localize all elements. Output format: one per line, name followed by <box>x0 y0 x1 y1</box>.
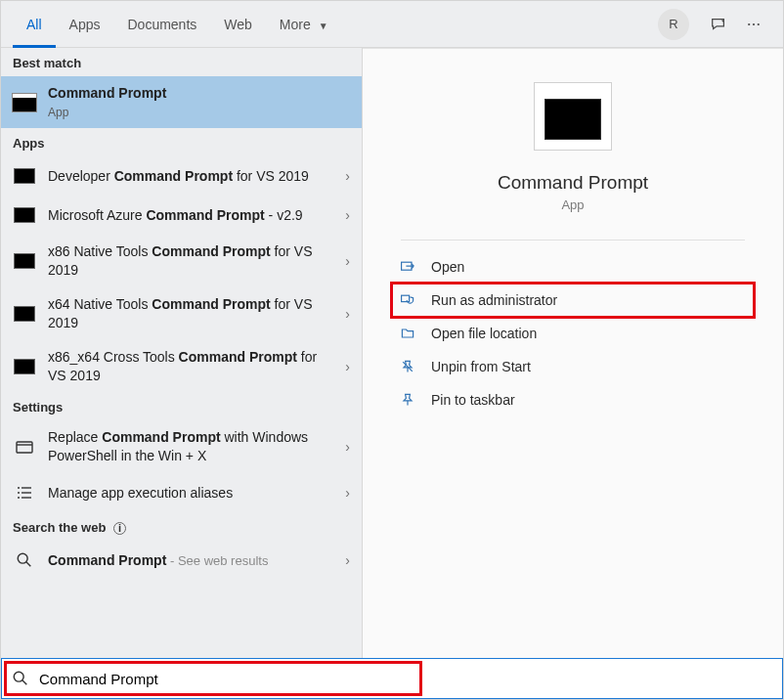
info-icon[interactable]: i <box>113 522 126 535</box>
svg-point-11 <box>18 553 27 563</box>
action-open[interactable]: Open <box>392 250 754 284</box>
chevron-right-icon[interactable]: › <box>345 253 350 269</box>
more-icon[interactable] <box>744 15 763 34</box>
tab-more[interactable]: More ▼ <box>266 1 342 48</box>
chevron-right-icon[interactable]: › <box>345 207 350 223</box>
tab-apps[interactable]: Apps <box>56 1 114 48</box>
chevron-right-icon[interactable]: › <box>345 439 350 455</box>
svg-point-2 <box>758 22 760 24</box>
result-title: Command Prompt <box>48 85 166 101</box>
body: Best match Command Prompt App Apps Devel… <box>1 48 783 658</box>
preview-subtitle: App <box>561 197 584 212</box>
action-label: Pin to taskbar <box>431 392 515 408</box>
tab-bar: All Apps Documents Web More ▼ R <box>1 1 783 48</box>
result-web-0[interactable]: Command Prompt - See web results › <box>1 541 362 580</box>
search-icon <box>13 548 36 572</box>
action-label: Unpin from Start <box>431 359 531 374</box>
result-title: Microsoft Azure Command Prompt - v2.9 <box>48 206 337 225</box>
search-input[interactable] <box>39 671 772 687</box>
svg-point-18 <box>14 672 23 681</box>
result-setting-1[interactable]: Manage app execution aliases › <box>1 473 362 512</box>
section-apps: Apps <box>1 128 362 156</box>
result-setting-0[interactable]: Replace Command Prompt with Windows Powe… <box>1 420 362 473</box>
command-prompt-icon <box>544 93 601 140</box>
command-prompt-icon <box>13 91 36 114</box>
result-app-4[interactable]: x86_x64 Cross Tools Command Prompt for V… <box>1 340 362 393</box>
preview-thumbnail <box>534 82 612 151</box>
result-app-3[interactable]: x64 Native Tools Command Prompt for VS 2… <box>1 287 362 340</box>
svg-line-12 <box>26 562 31 567</box>
svg-point-1 <box>753 22 755 24</box>
result-title: x64 Native Tools Command Prompt for VS 2… <box>48 295 337 332</box>
alias-setting-icon <box>13 481 36 504</box>
command-prompt-icon <box>13 164 36 188</box>
actions-list: Open Run as administrator Open file loca… <box>363 241 783 426</box>
search-bar[interactable] <box>1 658 783 699</box>
section-best-match: Best match <box>1 48 362 76</box>
result-title: Manage app execution aliases <box>48 484 337 503</box>
preview-panel: Command Prompt App Open Run as administr… <box>363 48 783 658</box>
command-prompt-icon <box>13 302 36 326</box>
tab-more-label: More <box>280 17 311 32</box>
chevron-right-icon[interactable]: › <box>345 552 350 568</box>
tab-web[interactable]: Web <box>210 1 266 48</box>
chevron-right-icon[interactable]: › <box>345 359 350 374</box>
tab-all[interactable]: All <box>13 1 56 48</box>
section-settings: Settings <box>1 392 362 420</box>
chevron-right-icon[interactable]: › <box>345 485 350 501</box>
tab-documents[interactable]: Documents <box>113 1 210 48</box>
action-pin-taskbar[interactable]: Pin to taskbar <box>392 383 754 416</box>
action-unpin-start[interactable]: Unpin from Start <box>392 350 754 383</box>
result-title: Replace Command Prompt with Windows Powe… <box>48 428 337 465</box>
command-prompt-icon <box>13 203 36 227</box>
result-app-0[interactable]: Developer Command Prompt for VS 2019 › <box>1 156 362 196</box>
result-subtitle: App <box>48 105 350 120</box>
section-search-web: Search the web i <box>1 512 362 541</box>
result-text: Command Prompt App <box>48 84 350 120</box>
result-title: Developer Command Prompt for VS 2019 <box>48 167 337 186</box>
result-title: x86_x64 Cross Tools Command Prompt for V… <box>48 348 337 385</box>
open-icon <box>398 258 417 276</box>
preview-header: Command Prompt App <box>363 49 783 241</box>
chevron-right-icon[interactable]: › <box>345 306 350 322</box>
action-label: Run as administrator <box>431 292 557 308</box>
result-title: x86 Native Tools Command Prompt for VS 2… <box>48 242 337 280</box>
action-label: Open <box>431 259 464 275</box>
result-app-2[interactable]: x86 Native Tools Command Prompt for VS 2… <box>1 235 362 287</box>
preview-title: Command Prompt <box>498 172 648 194</box>
command-prompt-icon <box>13 355 36 378</box>
pin-icon <box>398 391 417 409</box>
shield-icon <box>398 291 417 309</box>
result-title: Command Prompt - See web results <box>48 551 337 570</box>
command-prompt-icon <box>13 249 36 273</box>
unpin-icon <box>398 358 417 375</box>
folder-icon <box>398 325 417 342</box>
search-icon <box>12 670 29 687</box>
chevron-down-icon: ▼ <box>319 21 328 31</box>
result-best-match[interactable]: Command Prompt App <box>1 76 362 128</box>
powershell-setting-icon <box>13 435 36 459</box>
svg-rect-3 <box>17 442 32 453</box>
results-panel: Best match Command Prompt App Apps Devel… <box>1 48 363 658</box>
svg-rect-14 <box>402 295 410 301</box>
search-window: All Apps Documents Web More ▼ R Best mat… <box>0 0 784 700</box>
action-open-location[interactable]: Open file location <box>392 317 754 350</box>
user-avatar[interactable]: R <box>658 9 689 40</box>
result-app-1[interactable]: Microsoft Azure Command Prompt - v2.9 › <box>1 196 362 235</box>
svg-line-19 <box>22 680 27 685</box>
action-run-admin[interactable]: Run as administrator <box>392 284 754 317</box>
chevron-right-icon[interactable]: › <box>345 168 350 184</box>
svg-point-0 <box>748 22 750 24</box>
action-label: Open file location <box>431 326 537 341</box>
feedback-icon[interactable] <box>709 15 728 34</box>
